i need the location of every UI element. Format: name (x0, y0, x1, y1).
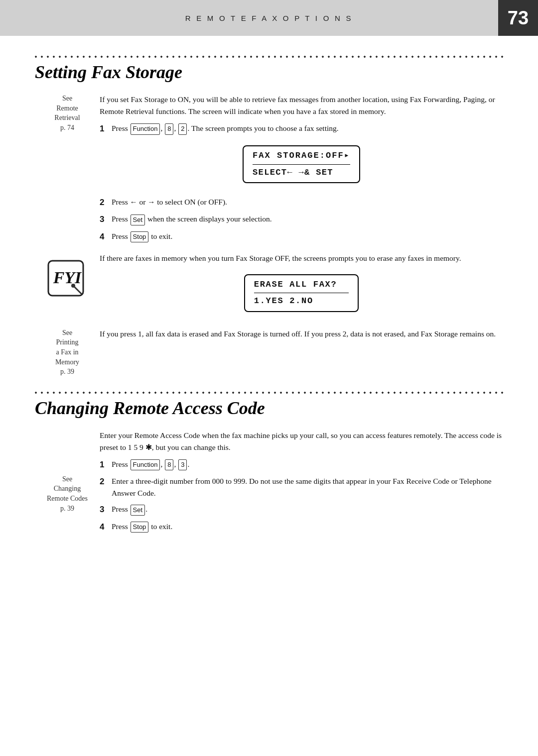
s2-step2-text: Enter a three-digit number from 000 to 9… (112, 475, 503, 499)
stop-key-1: Stop (131, 231, 149, 242)
s2-step4-text: Press Stop to exit. (112, 521, 172, 533)
section2: Changing Remote Access Code See Changing… (35, 392, 503, 538)
s2-step1-text: Press Function, 8, 3. (112, 458, 189, 471)
section1-side-note2: See Printing a Fax in Memory p. 39 (35, 328, 100, 377)
fyi-note-text: If there are faxes in memory when you tu… (100, 252, 503, 264)
lcd-display-1: FAX STORAGE:OFF▸ SELECT← →& SET (243, 145, 360, 183)
lcd2-line1: ERASE ALL FAX? (254, 278, 349, 293)
fyi-icon-area: FYI (35, 252, 100, 297)
section1-intro: If you set Fax Storage to ON, you will b… (100, 94, 503, 117)
s2-step2-number: 2 (100, 475, 112, 488)
step4-text: Press Stop to exit. (112, 230, 172, 243)
section2-dots-divider (35, 392, 503, 394)
lcd-display-1-wrapper: FAX STORAGE:OFF▸ SELECT← →& SET (100, 140, 503, 189)
final-paragraph: If you press 1, all fax data is erased a… (100, 328, 503, 340)
step2-number: 2 (100, 196, 112, 209)
header-title: R E M O T E F A X O P T I O N S (0, 14, 498, 22)
dots-line (35, 56, 503, 58)
step3-text: Press Set when the screen displays your … (112, 213, 272, 225)
lcd1-line2: SELECT← →& SET (253, 166, 350, 179)
section1-final: See Printing a Fax in Memory p. 39 If yo… (35, 328, 503, 377)
set-key-1: Set (131, 215, 145, 225)
function-key: Function (131, 123, 160, 134)
section1-step1: 1 Press Function, 8, 2. The screen promp… (100, 122, 503, 135)
s2-key-3: 3 (178, 459, 187, 470)
step4-number: 4 (100, 230, 112, 243)
lcd1-line1: FAX STORAGE:OFF▸ (253, 149, 350, 164)
section1-step3: 3 Press Set when the screen displays you… (100, 213, 503, 226)
section2-step3: 3 Press Set. (100, 503, 503, 516)
svg-text:FYI: FYI (53, 268, 82, 287)
section2-body: See Changing Remote Codes p. 39 Enter yo… (35, 430, 503, 538)
step1-number: 1 (100, 122, 112, 135)
section1-side-note: See Remote Retrieval p. 74 (35, 94, 100, 247)
section2-step4: 4 Press Stop to exit. (100, 521, 503, 534)
lcd2-line2: 1.YES 2.NO (254, 295, 349, 308)
header-bar: R E M O T E F A X O P T I O N S 73 (0, 0, 538, 36)
s2-step1-number: 1 (100, 458, 112, 471)
page-number: 73 (498, 0, 538, 36)
lcd-display-2-wrapper: ERASE ALL FAX? 1.YES 2.NO (100, 269, 503, 318)
fyi-section: FYI If there are faxes in memory when yo… (35, 252, 503, 325)
section1-final-text: If you press 1, all fax data is erased a… (100, 328, 503, 377)
section2-side-note: See Changing Remote Codes p. 39 (35, 430, 100, 538)
fyi-main-text: If there are faxes in memory when you tu… (100, 252, 503, 325)
section1-step2: 2 Press ← or → to select ON (or OFF). (100, 196, 503, 209)
section2-step1: 1 Press Function, 8, 3. (100, 458, 503, 471)
section1-step4: 4 Press Stop to exit. (100, 230, 503, 243)
section2-title: Changing Remote Access Code (35, 398, 503, 419)
section2-main-text: Enter your Remote Access Code when the f… (100, 430, 503, 538)
s2-set-key: Set (131, 505, 145, 516)
step1-text: Press Function, 8, 2. The screen prompts… (112, 122, 339, 135)
s2-function-key: Function (131, 459, 160, 470)
main-content: Setting Fax Storage See Remote Retrieval… (0, 36, 538, 756)
section1-dots-divider (35, 56, 503, 58)
section2-step2: 2 Enter a three-digit number from 000 to… (100, 475, 503, 499)
s2-step3-number: 3 (100, 503, 112, 516)
lcd-display-2: ERASE ALL FAX? 1.YES 2.NO (244, 274, 359, 312)
section2-intro: Enter your Remote Access Code when the f… (100, 430, 503, 453)
section1-body: See Remote Retrieval p. 74 If you set Fa… (35, 94, 503, 247)
fyi-icon: FYI (47, 260, 87, 297)
s2-key-8: 8 (165, 459, 173, 470)
key-8: 8 (165, 123, 173, 134)
s2-step3-text: Press Set. (112, 503, 147, 516)
section1-title: Setting Fax Storage (35, 62, 503, 83)
section1-main-text: If you set Fax Storage to ON, you will b… (100, 94, 503, 247)
s2-stop-key: Stop (131, 522, 149, 533)
step2-text: Press ← or → to select ON (or OFF). (112, 196, 227, 208)
s2-step4-number: 4 (100, 521, 112, 534)
key-2: 2 (178, 123, 187, 134)
step3-number: 3 (100, 213, 112, 226)
dots-line-2 (35, 392, 503, 394)
svg-point-3 (71, 284, 75, 288)
